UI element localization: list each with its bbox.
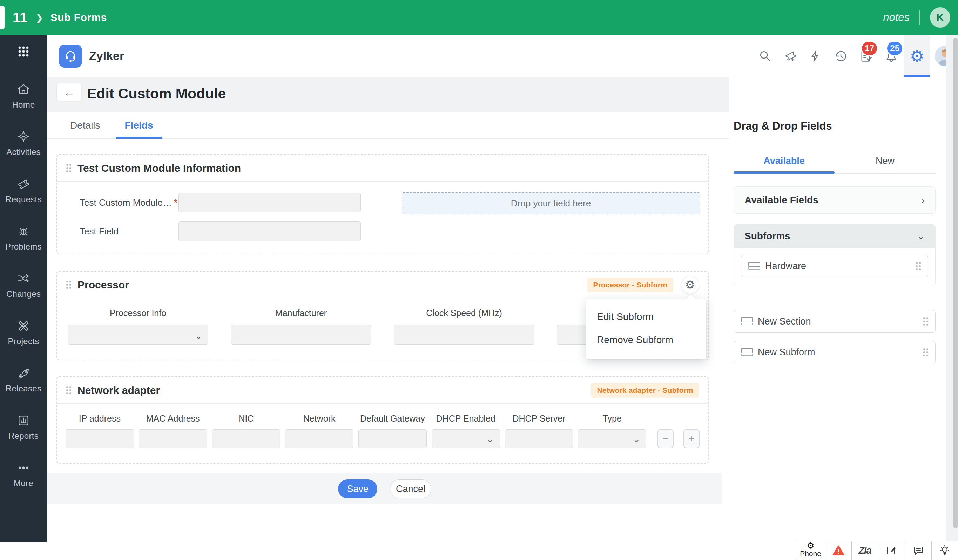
brand-name: Zylker <box>89 49 124 63</box>
compose-note-button[interactable] <box>878 541 905 560</box>
tab-available[interactable]: Available <box>734 149 834 173</box>
text-input[interactable] <box>358 429 427 448</box>
breadcrumb[interactable]: Sub Forms <box>51 11 107 24</box>
text-input[interactable] <box>394 324 535 345</box>
subform-item-hardware[interactable]: Hardware <box>741 255 928 277</box>
sidebar-item-label: Releases <box>6 384 41 394</box>
notes-link[interactable]: notes <box>883 11 910 24</box>
subform-column: DHCP Server <box>505 413 573 448</box>
text-input[interactable] <box>212 429 281 448</box>
subform-column: Type ⌄ <box>578 413 646 448</box>
new-request-ticket-icon[interactable] <box>778 35 803 77</box>
search-icon[interactable] <box>752 35 778 77</box>
sidebar-item-releases[interactable]: Releases <box>0 366 47 394</box>
add-row-button[interactable]: + <box>684 429 699 448</box>
chat-button[interactable] <box>905 541 931 560</box>
drag-handle-icon[interactable] <box>66 164 71 172</box>
notifications-bell-icon[interactable]: 25 <box>879 35 904 77</box>
drag-handle-icon[interactable] <box>923 348 928 356</box>
account-avatar[interactable]: K <box>930 7 950 28</box>
panel-divider <box>734 301 936 301</box>
subform-badge: Network adapter - Subform <box>591 383 699 398</box>
section-network-header: Network adapter Network adapter - Subfor… <box>57 377 708 404</box>
field-row: Test Field <box>79 221 700 241</box>
sidebar-item-more[interactable]: More <box>0 460 47 488</box>
subform-badge: Processor - Subform <box>587 278 673 292</box>
text-input[interactable] <box>179 221 361 241</box>
draggable-new-subform[interactable]: New Subform <box>734 341 936 364</box>
section-info: Test Custom Module Information Test Cust… <box>57 154 709 255</box>
text-input[interactable] <box>65 429 134 448</box>
back-button[interactable]: ← <box>57 83 82 101</box>
remove-row-button[interactable]: − <box>658 429 674 448</box>
tips-button[interactable] <box>931 541 958 560</box>
alerts-warning-button[interactable] <box>825 541 852 560</box>
scrollbar-track[interactable] <box>946 35 958 560</box>
sidebar-item-projects[interactable]: Projects <box>0 318 47 346</box>
subforms-header[interactable]: Subforms ⌄ <box>734 225 935 248</box>
subform-settings-button[interactable]: ⚙ <box>681 276 699 294</box>
select-input[interactable]: ⌄ <box>578 429 646 448</box>
select-input[interactable]: ⌄ <box>68 324 208 345</box>
section-title: Network adapter <box>78 384 160 396</box>
sidebar-item-home[interactable]: Home <box>0 82 47 110</box>
sidebar-item-problems[interactable]: Problems <box>0 224 47 252</box>
brand[interactable]: Zylker <box>59 44 124 68</box>
tab-count[interactable]: 11 <box>13 10 27 25</box>
column-label: DHCP Enabled <box>431 413 500 424</box>
save-button[interactable]: Save <box>338 479 377 498</box>
field-label: Test Custom Module…* <box>79 197 179 208</box>
column-label: NIC <box>212 413 281 424</box>
sidebar-item-label: Projects <box>8 337 39 346</box>
module-tabs: Details Fields <box>47 112 730 139</box>
tab-details[interactable]: Details <box>70 112 100 139</box>
sidebar-item-activities[interactable]: Activities <box>0 129 47 157</box>
history-icon[interactable] <box>828 35 853 77</box>
sidebar-item-changes[interactable]: Changes <box>0 271 47 299</box>
tab-new[interactable]: New <box>834 149 936 173</box>
select-input[interactable]: ⌄ <box>431 429 500 448</box>
phone-agent-button[interactable]: ⚙ Phone <box>796 539 825 560</box>
approvals-tasks-icon[interactable]: 17 <box>853 35 879 77</box>
text-input[interactable] <box>179 193 361 212</box>
available-fields-label: Available Fields <box>744 195 818 206</box>
quick-actions-bolt-icon[interactable] <box>803 35 828 77</box>
subform-column: Network <box>285 413 354 448</box>
scrollbar-thumb[interactable] <box>953 38 958 528</box>
subform-column: Manufacturer <box>231 308 371 345</box>
column-label: Default Gateway <box>358 413 427 424</box>
sidebar-item-reports[interactable]: Reports <box>0 413 47 441</box>
subform-icon <box>741 348 752 356</box>
drag-handle-icon[interactable] <box>66 281 71 289</box>
field-dropzone[interactable]: Drop your field here <box>401 192 700 215</box>
settings-tab-active[interactable]: ⚙ <box>904 35 930 77</box>
sidebar-item-label: Requests <box>5 195 42 204</box>
column-label: Processor Info <box>68 308 208 318</box>
header-icons: 17 25 ⚙ <box>752 35 958 77</box>
text-input[interactable] <box>231 324 371 345</box>
drag-handle-icon[interactable] <box>923 318 928 326</box>
sidebar-item-requests[interactable]: Requests <box>0 177 47 204</box>
draggable-label: New Section <box>758 316 811 327</box>
draggable-new-section[interactable]: New Section <box>734 310 936 332</box>
menu-item-edit-subform[interactable]: Edit Subform <box>586 305 706 328</box>
panel-title: Drag & Drop Fields <box>734 120 936 133</box>
apps-grid-icon[interactable] <box>17 45 30 60</box>
section-processor-header: Processor Processor - Subform ⚙ <box>57 272 708 298</box>
tab-fields[interactable]: Fields <box>125 112 153 139</box>
cancel-button[interactable]: Cancel <box>390 479 431 498</box>
compose-icon <box>887 545 897 556</box>
drag-handle-icon[interactable] <box>916 262 921 270</box>
subform-context-menu: Edit Subform Remove Subform <box>586 299 706 359</box>
available-fields-expander[interactable]: Available Fields › <box>734 187 936 214</box>
text-input[interactable] <box>505 429 573 448</box>
drag-handle-icon[interactable] <box>66 386 71 394</box>
chat-bubble-icon <box>913 545 924 556</box>
menu-item-remove-subform[interactable]: Remove Subform <box>586 328 706 351</box>
subform-column: MAC Address <box>139 413 207 448</box>
column-label: MAC Address <box>139 413 207 424</box>
zia-assistant-button[interactable]: Zia <box>852 541 878 560</box>
text-input[interactable] <box>285 429 354 448</box>
text-input[interactable] <box>139 429 207 448</box>
section-info-body: Test Custom Module…* Test Field Drop you… <box>57 182 708 254</box>
